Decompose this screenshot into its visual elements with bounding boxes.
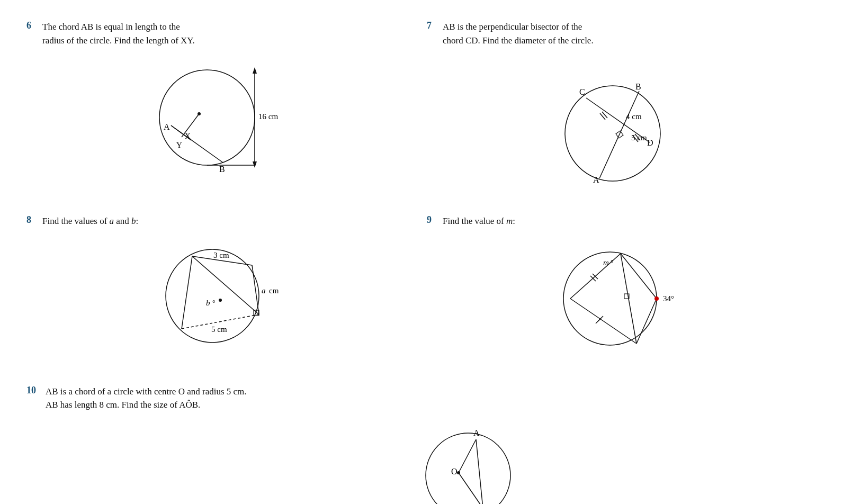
label-m-9: m [603, 258, 609, 267]
label-C-7: C [579, 87, 585, 96]
problem-7-header: 7 AB is the perpendicular bisector of th… [427, 20, 809, 47]
label-X-6: X [185, 132, 191, 140]
svg-marker-3 [253, 161, 257, 168]
label-4cm: 4 cm [626, 112, 642, 121]
label-5cm-8: 5 cm [211, 325, 227, 334]
problem-8-number: 8 [26, 214, 38, 226]
problem-7-number: 7 [427, 20, 438, 31]
label-m-deg-9: ° [611, 259, 614, 267]
label-acm-unit-8: cm [269, 286, 279, 295]
svg-line-41 [476, 439, 483, 505]
page: 6 The chord AB is equal in length to the… [21, 11, 822, 504]
problem-7: 7 AB is the perpendicular bisector of th… [422, 11, 822, 205]
svg-line-20 [252, 265, 259, 314]
label-3cm-8: 3 cm [213, 251, 229, 259]
problem-9: 9 Find the value of m: [422, 205, 822, 375]
diagram-6-svg: A B X Y 16 cm [149, 57, 286, 178]
svg-line-34 [596, 318, 601, 323]
label-34deg: 34° [663, 294, 674, 303]
problem-8-header: 8 Find the values of a and b: [26, 214, 409, 228]
svg-point-37 [426, 433, 510, 505]
problem-8-text: Find the values of a and b: [42, 214, 138, 228]
problem-10-number: 10 [26, 385, 41, 396]
label-5cm: 5 cm [631, 133, 647, 142]
label-A-6: A [164, 122, 170, 131]
svg-marker-2 [253, 67, 257, 74]
problem-9-diagram: 34° m ° [427, 232, 809, 359]
problem-6: 6 The chord AB is equal in length to the… [21, 11, 422, 205]
label-D-7: D [647, 138, 653, 147]
problem-6-text: The chord AB is equal in length to the r… [42, 20, 195, 47]
problem-6-number: 6 [26, 20, 38, 31]
svg-line-40 [459, 473, 483, 505]
problem-7-diagram: B C A D [427, 51, 809, 189]
svg-point-36 [654, 296, 659, 301]
svg-point-25 [563, 252, 657, 345]
problem-10-text: AB is a chord of a circle with centre O … [46, 385, 247, 412]
label-A-7: A [593, 175, 599, 184]
problem-10-diagram: O A B [26, 417, 809, 505]
problem-6-diagram: A B X Y 16 cm [26, 51, 409, 178]
problem-9-header: 9 Find the value of m: [427, 214, 809, 228]
svg-line-22 [182, 256, 192, 329]
problem-8: 8 Find the values of a and b: [21, 205, 422, 375]
label-b-deg-8: ° [212, 299, 216, 307]
diagram-8-svg: 3 cm a cm 5 cm b ° [149, 238, 286, 354]
label-A-10: A [473, 428, 480, 437]
svg-line-39 [459, 439, 476, 473]
label-b-8: b [206, 299, 210, 307]
label-16cm: 16 cm [258, 112, 278, 121]
label-B-7: B [635, 82, 641, 91]
svg-line-28 [570, 299, 636, 344]
label-acm-8: a [262, 286, 266, 295]
problem-10-header: 10 AB is a chord of a circle with centre… [26, 385, 809, 412]
svg-line-29 [636, 299, 657, 344]
diagram-9-svg: 34° m ° [549, 238, 687, 359]
problem-10: 10 AB is a chord of a circle with centre… [21, 375, 822, 505]
problem-6-header: 6 The chord AB is equal in length to the… [26, 20, 409, 47]
svg-point-18 [219, 299, 222, 302]
problem-7-text: AB is the perpendicular bisector of the … [443, 20, 594, 47]
problem-9-text: Find the value of m: [443, 214, 515, 228]
problem-9-number: 9 [427, 214, 438, 226]
problem-8-diagram: 3 cm a cm 5 cm b ° [26, 232, 409, 354]
label-B-6: B [219, 165, 225, 174]
diagram-10-svg: O A B [420, 417, 521, 505]
label-O-10: O [451, 467, 458, 476]
label-Y-6: Y [176, 141, 182, 149]
diagram-7-svg: B C A D [557, 57, 679, 189]
